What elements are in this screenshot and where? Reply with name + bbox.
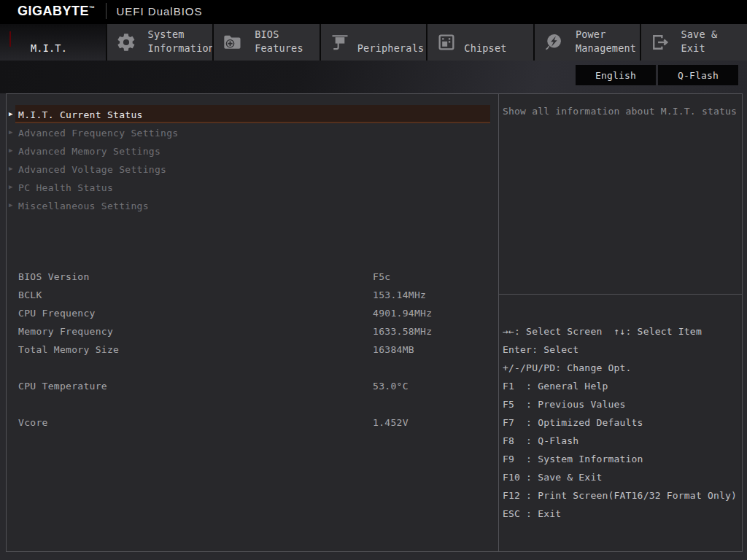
info-value: 153.14MHz <box>373 286 426 304</box>
key-legend-line: Enter: Select <box>503 341 740 359</box>
language-button[interactable]: English <box>576 65 656 85</box>
key-legend-line: ESC : Exit <box>503 505 740 523</box>
key-legend-line: F1 : General Help <box>503 377 740 395</box>
expand-arrow-icon: ▶ <box>9 123 12 141</box>
help-pane: Show all information about M.I.T. status… <box>498 94 742 551</box>
menu-item-label: M.I.T. Current Status <box>18 109 143 120</box>
info-label: BCLK <box>18 286 42 304</box>
page-title: UEFI DualBIOS <box>117 5 203 18</box>
menu-item-label: Advanced Frequency Settings <box>18 128 178 139</box>
tab-label: PowerManagement <box>576 28 639 55</box>
info-value: 53.0°C <box>373 377 409 395</box>
menu-item-label: Miscellaneous Settings <box>18 201 149 211</box>
tab-mit[interactable]: M.I.T. <box>0 24 106 61</box>
menu-item-miscellaneous-settings[interactable]: ▶ Miscellaneous Settings <box>7 196 498 214</box>
tab-bios-features[interactable]: BIOSFeatures <box>212 24 320 61</box>
info-label: Total Memory Size <box>18 341 119 359</box>
chipset-icon <box>436 32 457 52</box>
top-chrome: GIGABYTE™ UEFI DualBIOS M.I.T. SystemInf… <box>0 0 747 61</box>
item-description: Show all information about M.I.T. status <box>499 94 742 295</box>
key-legend-line: F10 : Save & Exit <box>503 468 740 486</box>
gear-icon <box>116 32 136 52</box>
key-legend-line: F12 : Print Screen(FAT16/32 Format Only) <box>503 486 740 505</box>
tab-label: BIOSFeatures <box>255 28 318 55</box>
trademark-symbol: ™ <box>89 5 96 12</box>
menu-item-label: Advanced Memory Settings <box>18 146 160 157</box>
mit-disc-icon <box>9 32 29 52</box>
power-bolt-icon <box>543 32 564 52</box>
info-label: Vcore <box>18 413 48 432</box>
info-value: 1633.58MHz <box>373 322 432 341</box>
cpu-frequency-row: CPU Frequency 4901.94MHz <box>7 304 498 322</box>
menu-item-label: PC Health Status <box>18 182 113 193</box>
bios-screen: GIGABYTE™ UEFI DualBIOS M.I.T. SystemInf… <box>0 0 747 560</box>
settings-menu: ▶ M.I.T. Current Status ▶ Advanced Frequ… <box>7 105 498 214</box>
title-bar: GIGABYTE™ UEFI DualBIOS <box>0 0 747 22</box>
expand-arrow-icon: ▶ <box>9 196 12 214</box>
tab-chipset[interactable]: Chipset <box>426 24 533 61</box>
menu-item-advanced-voltage-settings[interactable]: ▶ Advanced Voltage Settings <box>7 160 498 178</box>
menu-item-advanced-frequency-settings[interactable]: ▶ Advanced Frequency Settings <box>7 123 498 141</box>
info-value: 16384MB <box>373 341 414 359</box>
tab-label: Save & Exit <box>681 28 746 55</box>
sub-header: English Q-Flash <box>0 61 747 93</box>
expand-arrow-icon: ▶ <box>9 141 12 160</box>
menu-item-advanced-memory-settings[interactable]: ▶ Advanced Memory Settings <box>7 141 498 160</box>
system-status-readout: BIOS Version F5c BCLK 153.14MHz CPU Freq… <box>7 268 498 432</box>
tab-system-information[interactable]: SystemInformation <box>106 24 213 61</box>
tab-label: SystemInformation <box>148 28 212 55</box>
main-panel: ▶ M.I.T. Current Status ▶ Advanced Frequ… <box>6 93 743 552</box>
tab-power-management[interactable]: PowerManagement <box>533 24 640 61</box>
header-buttons: English Q-Flash <box>576 65 738 85</box>
settings-pane: ▶ M.I.T. Current Status ▶ Advanced Frequ… <box>7 94 498 551</box>
qflash-button[interactable]: Q-Flash <box>658 65 738 85</box>
info-label: Memory Frequency <box>18 322 113 341</box>
peripherals-icon <box>330 32 350 52</box>
exit-door-icon <box>650 32 670 52</box>
info-value: 4901.94MHz <box>373 304 432 322</box>
total-memory-row: Total Memory Size 16384MB <box>7 341 498 359</box>
info-value: 1.452V <box>373 413 409 432</box>
folder-plus-icon <box>222 32 243 52</box>
key-legend: →←: Select Screen ↑↓: Select Item Enter:… <box>499 295 742 551</box>
info-label: CPU Temperature <box>18 377 107 395</box>
tab-bar: M.I.T. SystemInformation BIOSFeatures <box>0 24 747 61</box>
bclk-row: BCLK 153.14MHz <box>7 286 498 304</box>
info-label: BIOS Version <box>18 268 90 286</box>
key-legend-line: +/-/PU/PD: Change Opt. <box>503 359 740 377</box>
menu-item-pc-health-status[interactable]: ▶ PC Health Status <box>7 178 498 196</box>
tab-save-exit[interactable]: Save & Exit <box>640 24 747 61</box>
logo-divider <box>106 3 107 19</box>
tab-label: Peripherals <box>357 42 425 55</box>
tab-label: M.I.T. <box>31 42 104 55</box>
info-label: CPU Frequency <box>18 304 96 322</box>
gigabyte-logo: GIGABYTE™ <box>18 4 96 19</box>
expand-arrow-icon: ▶ <box>9 160 12 178</box>
key-legend-line: F9 : System Information <box>503 450 740 468</box>
menu-item-label: Advanced Voltage Settings <box>18 164 166 175</box>
expand-arrow-icon: ▶ <box>9 178 12 196</box>
menu-item-mit-current-status[interactable]: ▶ M.I.T. Current Status <box>7 105 498 123</box>
tab-peripherals[interactable]: Peripherals <box>320 24 427 61</box>
key-legend-line: F7 : Optimized Defaults <box>503 413 740 432</box>
vcore-row: Vcore 1.452V <box>7 413 498 432</box>
key-legend-line: F5 : Previous Values <box>503 395 740 413</box>
tab-label: Chipset <box>464 42 532 55</box>
cpu-temperature-row: CPU Temperature 53.0°C <box>7 377 498 395</box>
bios-version-row: BIOS Version F5c <box>7 268 498 286</box>
memory-frequency-row: Memory Frequency 1633.58MHz <box>7 322 498 341</box>
expand-arrow-icon: ▶ <box>9 105 12 123</box>
info-value: F5c <box>373 268 390 286</box>
key-legend-line: →←: Select Screen ↑↓: Select Item <box>503 322 740 341</box>
key-legend-line: F8 : Q-Flash <box>503 432 740 450</box>
